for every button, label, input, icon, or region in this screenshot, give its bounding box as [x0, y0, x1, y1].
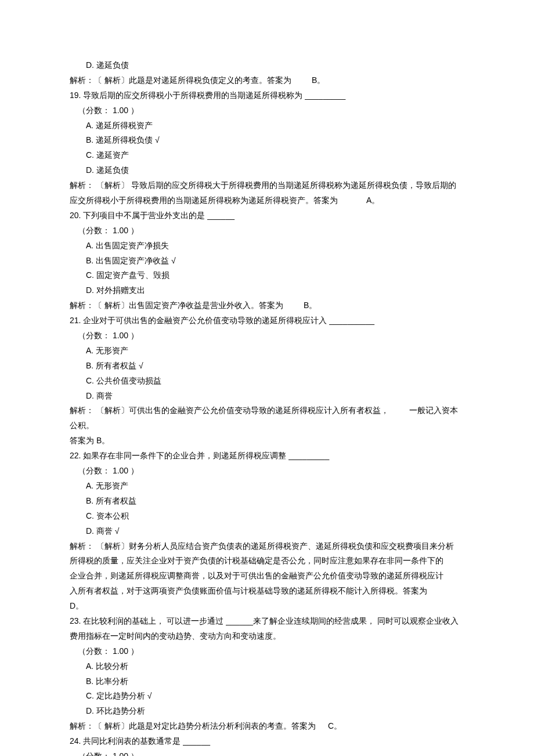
q19-option-b: B. 递延所得税负债 √ [70, 133, 464, 148]
q22-explain-line2: 所得税的质量，应关注企业对于资产负债的计税基础确定是否公允，同时应注意如果存在非… [70, 554, 464, 569]
q22-option-b: B. 所有者权益 [70, 494, 464, 509]
q19-option-c: C. 递延资产 [70, 148, 464, 163]
q20-option-d: D. 对外捐赠支出 [70, 283, 464, 298]
q19-score: （分数： 1.00 ） [70, 103, 464, 118]
q22-stem: 22. 如果存在非同一条件下的企业合并，则递延所得税应调整 _________ [70, 448, 464, 464]
q19-explain-l2-pre: 应交所得税小于所得税费用的当期递延所得税称为递延所得税资产。答案为 [70, 196, 338, 205]
q20-stem: 20. 下列项目中不属于营业外支出的是 ______ [70, 208, 464, 223]
q22-explain-line4: 入所有者权益，对于这两项资产负债账面价值与计税基础导致的递延所得税不能计入所得税… [70, 584, 464, 614]
q22-explain-l4-pre: 入所有者权益，对于这两项资产负债账面价值与计税基础导致的递延所得税不能计入所得税… [70, 586, 427, 595]
q20-option-c: C. 固定资产盘亏、毁损 [70, 268, 464, 283]
q20-option-b: B. 出售固定资产净收益 √ [70, 254, 464, 269]
q22-option-c: C. 资本公积 [70, 509, 464, 524]
q20-explanation: 解析：〔 解析〕出售固定资产净收益是营业外收入。答案为B。 [70, 298, 464, 313]
q21-option-c: C. 公共价值变动损益 [70, 374, 464, 389]
q22-explain-line3: 企业合并，则递延所得税应调整商誉，以及对于可供出售的金融资产公允价值变动导致的递… [70, 569, 464, 584]
q22-option-d: D. 商誉 √ [70, 524, 464, 539]
q18-explain-ans: B。 [312, 75, 325, 85]
q21-option-d: D. 商誉 [70, 389, 464, 404]
q18-explain-text: 解析：〔 解析〕此题是对递延所得税负债定义的考查。答案为 [70, 75, 291, 85]
q21-score: （分数： 1.00 ） [70, 328, 464, 343]
q19-option-a: A. 递延所得税资产 [70, 118, 464, 133]
q23-stem-line1: 23. 在比较利润的基础上， 可以进一步通过 ______来了解企业连续期间的经… [70, 614, 464, 629]
q19-option-d: D. 递延负债 [70, 163, 464, 178]
q20-option-a: A. 出售固定资产净损失 [70, 238, 464, 254]
q22-explain-l4-ans: D。 [70, 601, 84, 610]
q20-score: （分数： 1.00 ） [70, 223, 464, 238]
q22-explain-line1: 解析： 〔解析〕财务分析人员应结合资产负债表的递延所得税资产、递延所得税负债和应… [70, 539, 464, 554]
q23-option-c: C. 定比趋势分析 √ [70, 689, 464, 704]
q23-explanation: 解析：〔 解析〕此题是对定比趋势分析法分析利润表的考查。答案为C。 [70, 719, 464, 734]
q22-score: （分数： 1.00 ） [70, 464, 464, 479]
q21-explain-line1: 解析： 〔解析〕可供出售的金融资产公允价值变动导致的递延所得税应计入所有者权益，… [70, 403, 464, 433]
q18-explanation: 解析：〔 解析〕此题是对递延所得税负债定义的考查。答案为B。 [70, 73, 464, 88]
q21-explain-line2: 答案为 B。 [70, 433, 464, 448]
q19-explain-l2-ans: A。 [366, 196, 380, 205]
q23-option-d: D. 环比趋势分析 [70, 704, 464, 719]
q21-stem: 21. 企业对于可供出售的金融资产公允价值变动导致的递延所得税应计入 _____… [70, 313, 464, 328]
q21-option-b: B. 所有者权益 √ [70, 359, 464, 374]
q19-explain-line1: 解析： 〔解析〕 导致后期的应交所得税大于所得税费用的当期递延所得税称为递延所得… [70, 178, 464, 193]
q19-explain-line2: 应交所得税小于所得税费用的当期递延所得税称为递延所得税资产。答案为A。 [70, 193, 464, 208]
q23-option-b: B. 比率分析 [70, 674, 464, 689]
q18-option-d: D. 递延负债 [70, 58, 464, 73]
q23-stem-line2: 费用指标在一定时间内的变动趋势、变动方向和变动速度。 [70, 629, 464, 644]
q23-option-a: A. 比较分析 [70, 659, 464, 674]
q21-option-a: A. 无形资产 [70, 343, 464, 359]
q19-stem: 19. 导致后期的应交所得税小于所得税费用的当期递延所得税称为 ________… [70, 88, 464, 103]
q24-score: （分数： 1.00 ） [70, 749, 464, 756]
q24-stem: 24. 共同比利润表的基数通常是 ______ [70, 734, 464, 749]
q23-explain-ans: C。 [328, 721, 342, 730]
q20-explain-text: 解析：〔 解析〕出售固定资产净收益是营业外收入。答案为 [70, 301, 283, 310]
q23-explain-text: 解析：〔 解析〕此题是对定比趋势分析法分析利润表的考查。答案为 [70, 721, 316, 730]
q21-explain-l1-pre: 解析： 〔解析〕可供出售的金融资产公允价值变动导致的递延所得税应计入所有者权益， [70, 406, 389, 415]
q20-explain-ans: B。 [304, 301, 317, 310]
q23-score: （分数： 1.00 ） [70, 644, 464, 659]
q22-option-a: A. 无形资产 [70, 479, 464, 494]
